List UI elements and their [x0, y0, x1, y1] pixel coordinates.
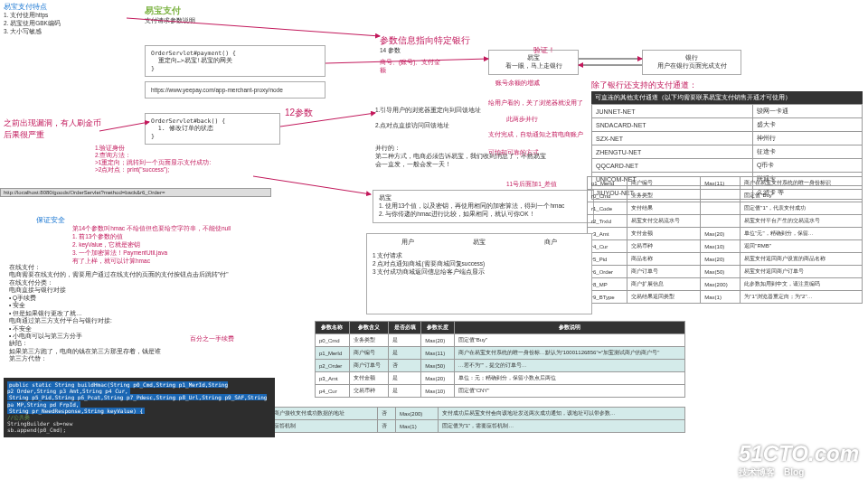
guarantee-label: 保证安全: [36, 216, 65, 224]
watermark-sub: 技术博客 Blog: [739, 466, 859, 479]
code-l1: public static String buildHmac(String p0…: [7, 381, 228, 394]
table-row: r1_Code支付结果固定值"1"，代表支付成功: [588, 202, 863, 215]
hmac-2: 2. keyValue，它就是密钥: [72, 241, 271, 249]
op-1: 在线支付分类：: [9, 279, 262, 286]
op-7: • 不安全: [9, 325, 262, 333]
actor-user: 用户: [401, 238, 414, 247]
merge3: 支付完成，自动通知之前电商账户: [488, 131, 588, 139]
table-row: p4_Cur交易币种是Max(10)固定值"CNY": [316, 385, 685, 398]
channel-row: SNDACARD-NET盛大卡: [592, 118, 863, 132]
arrow-text-2: 2.点对点直接访问回馈地址: [375, 122, 511, 130]
yeepay-url: https://www.yeepay.com/app-merchant-prox…: [151, 87, 283, 93]
table-row: p1_MerId商户编号是Max(11)商户在易宝支付系统的唯一身份标…默认为"…: [316, 347, 685, 360]
merchant-note: 商号、(账号)、支付金额: [380, 59, 443, 75]
hmac-3: 3. 一个加密算法！PaymentUtil.java: [72, 249, 271, 258]
second-way: 并行的： 第二种方式，电商必须告诉易宝，我们收到消息了，不然易宝会一直发，一般会…: [375, 145, 547, 169]
table-row: r5_Pid商品名称Max(20)易宝支付返回商户设置的商品名称: [588, 253, 863, 266]
param-table-2: 参数名称参数含义是否必填参数长度参数说明 p0_Cmd业务类型是Max(20)固…: [315, 321, 685, 398]
table-row: r0_Cmd业务类型固定值"Buy": [588, 190, 863, 202]
op-4: • 安全: [9, 302, 262, 309]
hmac-1: 1. 前13个参数的值: [72, 233, 271, 241]
onlinepay-title: 在线支付：: [9, 264, 262, 271]
watermark-big: 51CTO.com: [739, 441, 859, 466]
back-code: OrderServlet#back() { 1. 修改订单的状态 }: [151, 117, 274, 140]
channel-title: 除了银行还支持的支付通道：: [591, 80, 863, 91]
yeepay-logo: 易宝支付: [145, 5, 181, 15]
payment-code-box: OrderServlet#payment() { 重定向…>易宝!易宝的网关 }: [145, 45, 326, 77]
table-row: p3_Amt支付金额是Max(20)单位：元；精确到分，保留小数点后两位: [316, 372, 685, 385]
verify-3: >1重定向；跳转到一个页面显示支付成功:: [95, 159, 267, 166]
op-6: 电商通过第三方支付平台与银行对接:: [9, 317, 262, 324]
seq-2: 2 点对点通知商城(需要商城回复success): [373, 260, 586, 268]
table-row: r8_MP商户扩展信息Max(200)此参数如用到中文，请注意编码: [588, 278, 863, 291]
seq-3: 3 支付成功商城返回信息给客户端点显示: [373, 268, 586, 277]
code-comment: //公共类: [7, 414, 271, 420]
arrow-text-1: 1.引导用户的浏览器重定向到回馈地址: [375, 107, 511, 115]
sequence-diagram: 用户 易宝 商户 1 支付请求 2 点对点通知商城(需要商城回复success)…: [366, 233, 592, 314]
param14: 14 参数: [380, 47, 401, 53]
code-l3: String pr_NeedResponse,String keyValue) …: [7, 408, 145, 414]
balance-change: 账号余额的增减: [495, 80, 540, 88]
arrow-bank-label: 参数信息指向特定银行: [380, 34, 470, 47]
verify-notes: 1.验证身份 2.查询方法： >1重定向；跳转到一个页面显示支付成功: >2点对…: [95, 145, 267, 174]
channel-row: JUNNET-NET骏网一卡通: [592, 105, 863, 118]
channel-sub: 可直连的其他支付通道（以下均需要联系易宝支付销售开通才可使用）: [591, 91, 863, 104]
verify-label: 验证！: [533, 45, 555, 55]
url-text: http://localhost:8080/goods/OrderServlet…: [4, 190, 165, 195]
fee-note: 百分之一手续费: [190, 335, 234, 343]
watermark: 51CTO.com 技术博客 Blog: [739, 441, 859, 479]
hmac-block: 保证安全 第14个参数叫hmac 不给值但也要给空字符串，不能使null 1. …: [36, 215, 271, 266]
table-row: r2_TrxId易宝支付交易流水号易宝支付平台产生的交易流水号: [588, 215, 863, 228]
after11: 11号后面加1_差值: [506, 181, 557, 189]
feature-1: 1. 支付使用https: [4, 12, 130, 20]
verify-4: >2点对点：print("success");: [95, 166, 267, 174]
seq-1: 1 支付请求: [373, 252, 586, 260]
table-row: p1_MerId商户编号Max(11)商户在易宝支付系统的唯一身份标识: [588, 177, 863, 190]
browser-urlbar[interactable]: http://localhost:8080/goods/OrderServlet…: [0, 188, 271, 197]
table-row: r6_Order商户订单号Max(50)易宝支付返回商户订单号: [588, 266, 863, 278]
svg-line-6: [99, 122, 149, 131]
merge2: 此两步并行: [506, 116, 538, 124]
op-11: 第三方代替：: [9, 355, 262, 362]
table-row: r9_BType交易结果返回类型Max(1)为"1"浏览器重定向；为"2"…: [588, 291, 863, 304]
yibao-text: 易宝 看一眼，马上走银行: [495, 54, 572, 70]
bank-text: 银行 用户在银行页面完成支付: [648, 54, 735, 70]
merge1: 给用户看的，关了浏览器就没用了: [488, 99, 588, 108]
verify-2: 2.查询方法：: [95, 152, 267, 159]
online-pay-block: 在线支付： 电商需要在线支付的，需要用户通过在线支付的页面的支付按钮点击后跳转"…: [9, 264, 262, 363]
yeepay-sub: 支付请求参数说明: [145, 17, 326, 25]
back-code-box: OrderServlet#back() { 1. 修改订单的状态 }: [145, 113, 280, 145]
table-row: p0_Cmd业务类型是Max(20)固定值"Buy": [316, 334, 685, 347]
code-l5: sb.append(p0_Cmd);: [7, 427, 271, 433]
param14-label: 14 参数: [380, 47, 401, 55]
code-l4: StringBuilder sb=new: [7, 420, 271, 427]
vulnerability-warning: 之前出现漏洞，有人刷金币后果很严重: [4, 117, 103, 141]
code-bottom: public static String buildHmac(String p0…: [4, 378, 275, 437]
table-row: p2_Order商户订单号否Max(50)…若不为""，提交的订单号…: [316, 360, 685, 372]
bank-box: 银行 用户在银行页面完成支付: [642, 50, 741, 75]
feature-2: 2. 易宝使用GBK编码: [4, 20, 130, 28]
feature-3: 3. 大小写敏感: [4, 28, 130, 36]
hmac-0: 第14个参数叫hmac 不给值但也要给空字符串，不能使null: [72, 225, 271, 233]
code-l2: String p5_Pid,String p6_Pcat,String p7_P…: [7, 394, 267, 407]
op-3: • Q手续费: [9, 295, 262, 302]
table-row: r4_Cur交易币种Max(10)返回"RMB": [588, 240, 863, 253]
yeepay-url-box: https://www.yeepay.com/app-merchant-prox…: [145, 81, 326, 99]
twelve-params: 12参数: [285, 107, 313, 119]
channel-row: SZX-NET神州行: [592, 132, 863, 145]
channel-row: QQCARD-NETQ币卡: [592, 159, 863, 173]
verify-1: 1.验证身份: [95, 145, 267, 152]
param-table-1: p1_MerId商户编号Max(11)商户在易宝支付系统的唯一身份标识r0_Cm…: [587, 176, 863, 304]
channel-row: ZHENGTU-NET征途卡: [592, 145, 863, 159]
op-0: 电商需要在线支付的，需要用户通过在线支付的页面的支付按钮点击后跳转"付": [9, 271, 262, 278]
actor-yibao: 易宝: [473, 238, 486, 247]
features-title: 易宝支付特点: [4, 2, 130, 12]
op-5: • 但是如果银行更改了就…: [9, 310, 262, 317]
op-10: 如果第三方跑了，电商的钱在第三方那里存着，钱是谁: [9, 348, 262, 355]
op-2: 电商直接与银行对接: [9, 286, 262, 294]
yibao-13-box: 易宝 1. 使用13个值，以及密钥，再使用相同的加密算法，得到一个hmac 2.…: [373, 190, 594, 223]
yeepay-features: 易宝支付特点 1. 支付使用https 2. 易宝使用GBK编码 3. 大小写敏…: [4, 2, 130, 36]
payment-code: OrderServlet#payment() { 重定向…>易宝!易宝的网关 }: [151, 50, 319, 72]
table-row: r3_Amt支付金额Max(20)单位"元"，精确到分，保留…: [588, 228, 863, 240]
actor-shop: 商户: [544, 238, 557, 247]
